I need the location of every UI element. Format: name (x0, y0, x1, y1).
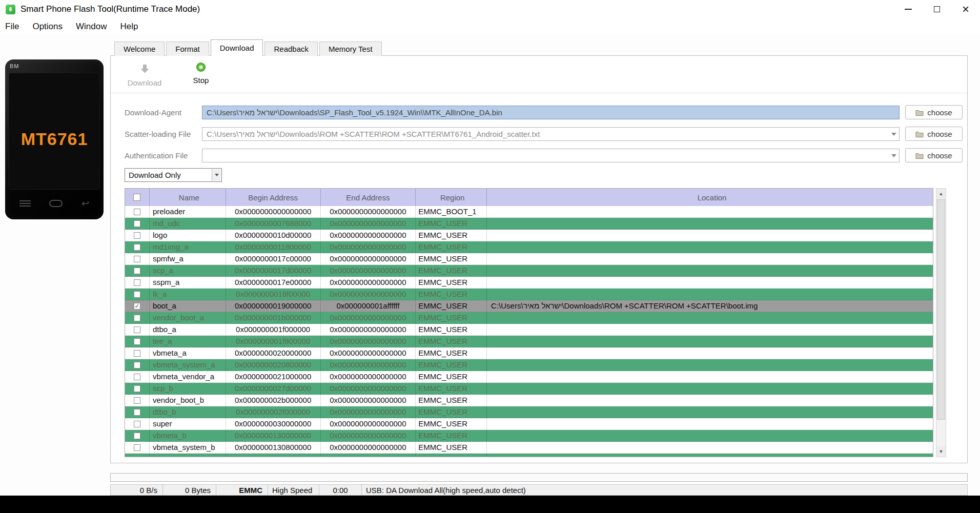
table-row-partial (125, 454, 933, 457)
cell-region: EMMC_USER (416, 277, 487, 288)
cell-region: EMMC_USER (416, 347, 487, 359)
table-row[interactable]: md1img_a0x00000000118000000x000000000000… (125, 241, 933, 253)
row-checkbox[interactable] (134, 232, 140, 239)
cell-end-address: 0x0000000000000000 (321, 277, 416, 288)
row-checkbox[interactable] (134, 268, 140, 274)
table-row[interactable]: logo0x0000000010d000000x0000000000000000… (125, 230, 933, 241)
table-scrollbar[interactable]: ▲ ▼ (936, 188, 946, 457)
close-icon: × (962, 3, 969, 15)
table-row[interactable]: super0x00000000300000000x000000000000000… (125, 418, 933, 430)
tab-welcome[interactable]: Welcome (114, 42, 165, 56)
cell-begin-address: 0x0000000010d00000 (226, 230, 321, 241)
tab-readback[interactable]: Readback (264, 42, 318, 56)
maximize-button[interactable] (923, 0, 951, 18)
table-row[interactable]: spmfw_a0x0000000017c000000x0000000000000… (125, 253, 933, 265)
row-checkbox[interactable] (134, 244, 140, 251)
table-row[interactable]: sspm_a0x0000000017e000000x00000000000000… (125, 277, 933, 289)
row-checkbox[interactable] (134, 326, 140, 333)
scroll-down-button[interactable]: ▼ (936, 446, 946, 457)
chevron-down-icon[interactable] (891, 133, 896, 136)
download-toolbar-button[interactable]: Download (120, 64, 169, 87)
row-checkbox[interactable] (134, 350, 140, 357)
table-row[interactable]: vendor_boot_a0x000000001b0000000x0000000… (125, 312, 933, 324)
cell-end-address: 0x0000000000000000 (321, 430, 416, 441)
table-row[interactable]: tee_a0x000000001f8000000x000000000000000… (125, 336, 933, 347)
table-row[interactable]: dtbo_b0x000000002f0000000x00000000000000… (125, 406, 933, 418)
cell-region: EMMC_USER (416, 265, 487, 276)
row-checkbox[interactable] (134, 220, 140, 227)
menu-file[interactable]: File (0, 18, 26, 35)
row-checkbox[interactable] (134, 421, 140, 427)
auth-file-field[interactable] (202, 149, 900, 162)
row-checkbox[interactable] (134, 279, 140, 286)
table-row[interactable]: vbmeta_a0x00000000200000000x000000000000… (125, 347, 933, 359)
folder-icon (915, 131, 924, 137)
cell-begin-address: 0x0000000020000000 (226, 347, 321, 359)
dropdown-button[interactable] (212, 169, 221, 181)
download-agent-field[interactable]: C:\Users\ישראל מאיר\Downloads\SP_Flash_T… (202, 106, 900, 119)
row-checkbox[interactable] (134, 397, 140, 404)
table-row[interactable]: vbmeta_system_b0x00000001308000000x00000… (125, 442, 933, 454)
scatter-file-field[interactable]: C:\Users\ישראל מאיר\Downloads\ROM +SCATT… (202, 127, 900, 141)
row-checkbox[interactable] (134, 362, 140, 368)
scatter-file-choose-button[interactable]: choose (905, 127, 963, 141)
row-checkbox[interactable] (134, 315, 140, 321)
cell-location (487, 241, 933, 253)
row-checkbox[interactable]: ✓ (134, 303, 140, 310)
cell-region: EMMC_USER (416, 241, 487, 253)
table-row[interactable]: lk_a0x0000000018f000000x0000000000000000… (125, 289, 933, 300)
scroll-up-button[interactable]: ▲ (936, 189, 946, 199)
cell-location (487, 277, 933, 288)
row-checkbox[interactable] (134, 209, 140, 215)
cell-name: tee_a (150, 336, 226, 347)
checkbox-cell: ✓ (125, 300, 150, 312)
cell-begin-address: 0x0000000130800000 (226, 442, 321, 453)
checkbox-cell (125, 241, 150, 253)
table-row[interactable]: vbmeta_system_a0x00000000208000000x00000… (125, 359, 933, 371)
auth-file-choose-button[interactable]: choose (905, 148, 963, 162)
select-all-checkbox[interactable] (133, 194, 140, 201)
table-row[interactable]: scp_b0x0000000027d000000x000000000000000… (125, 383, 933, 395)
cell-begin-address: 0x0000000030000000 (226, 418, 321, 429)
row-checkbox[interactable] (134, 409, 140, 416)
table-row[interactable]: preloader0x00000000000000000x00000000000… (125, 206, 933, 218)
table-row[interactable]: scp_a0x0000000017d000000x000000000000000… (125, 265, 933, 277)
cell-location (487, 406, 933, 418)
table-row[interactable]: dtbo_a0x000000001f0000000x00000000000000… (125, 324, 933, 336)
menu-help[interactable]: Help (113, 18, 145, 35)
row-checkbox[interactable] (134, 444, 140, 451)
row-checkbox[interactable] (134, 256, 140, 262)
table-row[interactable]: vbmeta_vendor_a0x00000000210000000x00000… (125, 371, 933, 383)
menu-window[interactable]: Window (69, 18, 113, 35)
download-agent-choose-button[interactable]: choose (905, 105, 963, 119)
progress-bar (110, 473, 968, 482)
row-checkbox[interactable] (134, 291, 140, 298)
scrollbar-thumb[interactable] (937, 199, 945, 420)
row-checkbox[interactable] (134, 338, 140, 345)
cell-end-address: 0x0000000000000000 (321, 347, 416, 359)
tab-memory-test[interactable]: Memory Test (319, 42, 382, 56)
download-arrow-icon (140, 64, 150, 74)
cell-name: md1img_a (150, 241, 226, 253)
minimize-button[interactable] (894, 0, 923, 18)
table-row[interactable]: vbmeta_b0x00000001300000000x000000000000… (125, 430, 933, 442)
menu-options[interactable]: Options (26, 18, 69, 35)
cell-name: dtbo_b (150, 406, 226, 418)
row-checkbox[interactable] (134, 433, 140, 439)
row-checkbox[interactable] (134, 385, 140, 392)
tab-format[interactable]: Format (166, 42, 209, 56)
stop-toolbar-button[interactable]: Stop (176, 63, 226, 85)
cell-region: EMMC_USER (416, 230, 487, 241)
chevron-down-icon[interactable] (891, 154, 896, 157)
table-row[interactable]: ✓boot_a0x00000000190000000x000000001afff… (125, 300, 933, 312)
cell-location (487, 454, 933, 457)
close-button[interactable]: × (951, 0, 980, 18)
table-row[interactable]: md_udc0x00000000076880000x00000000000000… (125, 218, 933, 230)
cell-name: dtbo_a (150, 324, 226, 335)
row-checkbox[interactable] (134, 374, 140, 380)
maximize-icon (934, 6, 940, 12)
table-row[interactable]: vendor_boot_b0x000000002b0000000x0000000… (125, 395, 933, 406)
download-mode-select[interactable]: Download Only (125, 168, 222, 182)
cell-end-address: 0x0000000000000000 (321, 418, 416, 429)
tab-download[interactable]: Download (211, 39, 263, 56)
